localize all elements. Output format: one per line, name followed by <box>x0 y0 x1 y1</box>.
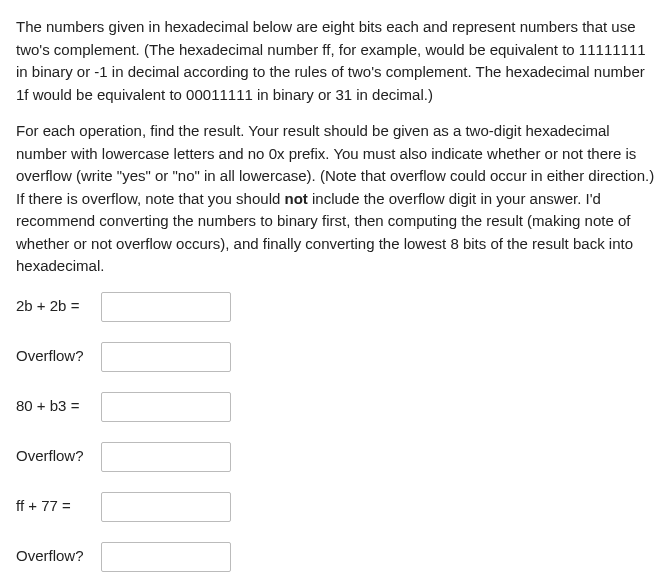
intro-paragraph-1: The numbers given in hexadecimal below a… <box>16 16 656 106</box>
intro-paragraph-2: For each operation, find the result. You… <box>16 120 656 278</box>
label-sum-1: 2b + 2b = <box>16 295 101 318</box>
input-sum-2[interactable] <box>101 392 231 422</box>
input-overflow-3[interactable] <box>101 542 231 572</box>
intro-text-bold: not <box>285 190 308 207</box>
input-overflow-2[interactable] <box>101 442 231 472</box>
label-overflow-1: Overflow? <box>16 345 101 368</box>
form-row-overflow-2: Overflow? <box>16 442 656 472</box>
form-row-sum-3: ff + 77 = <box>16 492 656 522</box>
label-sum-2: 80 + b3 = <box>16 395 101 418</box>
input-sum-1[interactable] <box>101 292 231 322</box>
form-row-overflow-1: Overflow? <box>16 342 656 372</box>
label-overflow-3: Overflow? <box>16 545 101 568</box>
input-overflow-1[interactable] <box>101 342 231 372</box>
label-overflow-2: Overflow? <box>16 445 101 468</box>
form-row-sum-1: 2b + 2b = <box>16 292 656 322</box>
form-row-sum-2: 80 + b3 = <box>16 392 656 422</box>
input-sum-3[interactable] <box>101 492 231 522</box>
form-row-overflow-3: Overflow? <box>16 542 656 572</box>
label-sum-3: ff + 77 = <box>16 495 101 518</box>
